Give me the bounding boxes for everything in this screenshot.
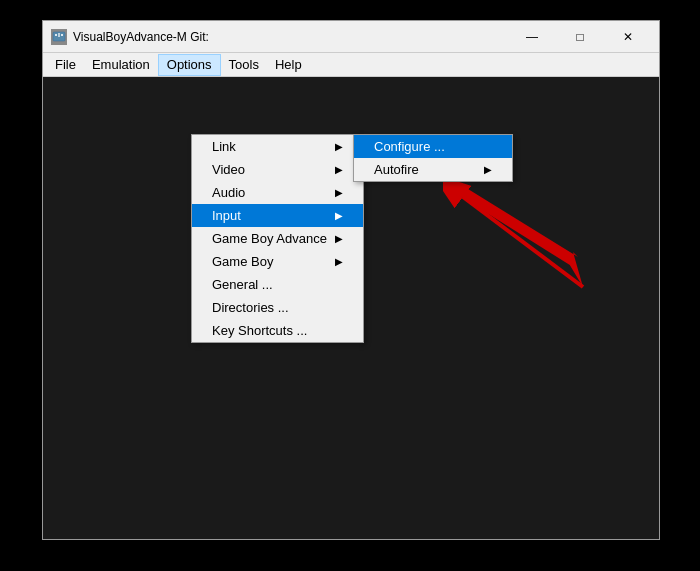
main-window: VisualBoyAdvance-M Git: — □ ✕ File Emula… — [42, 20, 660, 540]
menu-item-tools[interactable]: Tools — [221, 54, 267, 76]
chevron-right-icon: ▶ — [335, 187, 343, 198]
window-controls: — □ ✕ — [509, 21, 651, 53]
chevron-right-icon: ▶ — [335, 210, 343, 221]
menu-game-boy-advance[interactable]: Game Boy Advance ▶ — [192, 227, 363, 250]
chevron-right-icon: ▶ — [484, 164, 492, 175]
maximize-button[interactable]: □ — [557, 21, 603, 53]
chevron-right-icon: ▶ — [335, 256, 343, 267]
main-content: Link ▶ Video ▶ Audio ▶ Input ▶ Game Boy … — [43, 77, 659, 539]
menu-item-help[interactable]: Help — [267, 54, 310, 76]
svg-rect-3 — [58, 33, 60, 37]
menu-key-shortcuts[interactable]: Key Shortcuts ... — [192, 319, 363, 342]
options-dropdown: Link ▶ Video ▶ Audio ▶ Input ▶ Game Boy … — [191, 134, 364, 343]
menu-general[interactable]: General ... — [192, 273, 363, 296]
chevron-right-icon: ▶ — [335, 141, 343, 152]
menu-item-file[interactable]: File — [47, 54, 84, 76]
menu-item-emulation[interactable]: Emulation — [84, 54, 158, 76]
svg-rect-1 — [55, 34, 57, 36]
menu-input[interactable]: Input ▶ — [192, 204, 363, 227]
menu-audio[interactable]: Audio ▶ — [192, 181, 363, 204]
menu-item-options[interactable]: Options — [158, 54, 221, 76]
menu-game-boy[interactable]: Game Boy ▶ — [192, 250, 363, 273]
menu-autofire[interactable]: Autofire ▶ — [354, 158, 512, 181]
chevron-right-icon: ▶ — [335, 233, 343, 244]
svg-rect-2 — [61, 34, 63, 36]
window-title: VisualBoyAdvance-M Git: — [73, 30, 509, 44]
app-icon — [51, 29, 67, 45]
close-button[interactable]: ✕ — [605, 21, 651, 53]
title-bar: VisualBoyAdvance-M Git: — □ ✕ — [43, 21, 659, 53]
minimize-button[interactable]: — — [509, 21, 555, 53]
menu-configure[interactable]: Configure ... — [354, 135, 512, 158]
input-submenu: Configure ... Autofire ▶ — [353, 134, 513, 182]
menu-video[interactable]: Video ▶ — [192, 158, 363, 181]
menu-link[interactable]: Link ▶ — [192, 135, 363, 158]
chevron-right-icon: ▶ — [335, 164, 343, 175]
menu-directories[interactable]: Directories ... — [192, 296, 363, 319]
menu-bar: File Emulation Options Tools Help — [43, 53, 659, 77]
